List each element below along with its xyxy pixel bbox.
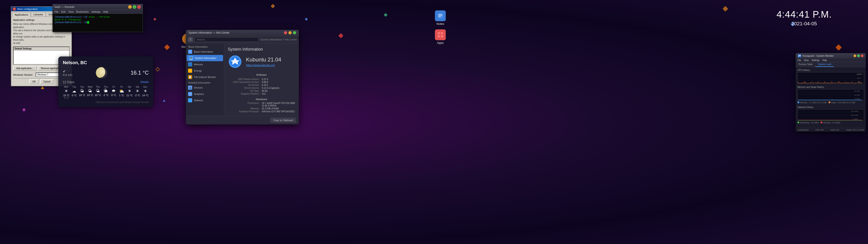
clock-date: 2021-04-05 xyxy=(776,21,832,27)
konsole-menubar: File Edit View Bookmarks Settings Help xyxy=(53,10,143,14)
graphics-arrow-icon: › xyxy=(221,93,222,95)
konsole-prompt1: [deepack@kubuntu11:~]$ xyxy=(55,16,87,18)
sw-os-type-label: OS Type: xyxy=(228,90,261,92)
ksg-tab-system-load[interactable]: System Load xyxy=(815,62,834,67)
konsole-close-btn[interactable]: × xyxy=(137,5,141,9)
weather-moon-icon xyxy=(96,67,107,79)
ksysguard-titlebar: Ksysguard - System Monitor xyxy=(796,53,866,59)
recv-legend-label: Receiving : 0.0 KiB/s xyxy=(800,122,819,124)
sw-kde-fw-label: KDE Frameworks Version: xyxy=(228,81,261,83)
sidebar-item-system-info[interactable]: 💻 System Information xyxy=(187,55,223,61)
sw-qt-value: 5.15.2 xyxy=(262,84,295,86)
sw-kernel-value: 5.11.0-13-generic xyxy=(262,87,295,89)
sidebar-item-memory[interactable]: 🔵 Memory xyxy=(186,61,224,67)
ksg-view-menu[interactable]: View xyxy=(804,59,809,61)
clock-widget: 4:44:41 P.M. 2021-04-05 xyxy=(776,9,832,27)
tab-libraries[interactable]: Libraries xyxy=(31,12,45,17)
konsole-prompt2: [deepack@kubuntu11:~]$ xyxy=(55,21,87,24)
cpu-history-chart: 100% xyxy=(798,72,864,84)
hw-gpu-label: Graphics Processor: xyxy=(228,110,261,113)
hardware-section-title: Hardware xyxy=(228,98,295,100)
weather-day-8: Sat ☀ 11 °C xyxy=(126,86,133,99)
sw-kernel-label: Kernel Version: xyxy=(228,87,261,89)
weather-day-1: Tue ☁ 0 °C xyxy=(71,86,78,99)
sidebar-item-devices[interactable]: 🔌 Devices › xyxy=(186,85,224,91)
desktop-icon-apps[interactable]: Apps xyxy=(431,29,450,44)
ksg-footer-swap: Swap: 0 B / 2.0 GiB xyxy=(846,129,864,131)
ksg-help-menu[interactable]: Help xyxy=(822,59,827,61)
ksg-file-menu[interactable]: File xyxy=(798,59,801,61)
wine-config-title: Wine configuration xyxy=(17,8,38,10)
konsole-bookmarks-menu[interactable]: Bookmarks xyxy=(76,10,89,13)
konsole-help-menu[interactable]: Help xyxy=(103,10,108,13)
konsole-maximize-btn[interactable]: □ xyxy=(133,5,136,9)
infocenter-os-link[interactable]: https://www.kubuntu.org xyxy=(246,64,281,67)
copy-clipboard-btn[interactable]: Copy to Clipboard xyxy=(270,118,296,123)
infocenter-search-input[interactable] xyxy=(195,37,258,42)
svg-rect-7 xyxy=(441,35,443,37)
infocenter-logo-area: Kubuntu 21.04 https://www.kubuntu.org xyxy=(228,55,295,69)
sidebar-item-basic-info[interactable]: ℹ Basic Information xyxy=(186,49,224,55)
ksysguard-close-btn[interactable] xyxy=(861,55,864,57)
infocenter-min-btn[interactable] xyxy=(288,31,291,34)
konsole-titlebar: bash — Konsole _ □ × xyxy=(53,4,143,10)
ksysguard-menubar: File View Settings Help xyxy=(796,59,866,62)
infocenter-close-btn[interactable] xyxy=(284,31,287,34)
sw-kde-plasma-label: KDE Plasma Version: xyxy=(228,78,261,81)
wine-ok-btn[interactable]: OK xyxy=(29,79,39,84)
hardware-section: Hardware Processors: 16 × Intel® Xeon® C… xyxy=(228,98,295,113)
file-indexer-label: File Indexer Monitor xyxy=(194,76,216,79)
system-info-icon: 💻 xyxy=(189,56,193,60)
weather-day-6: Fri 🌧 8 °C xyxy=(110,86,117,99)
network-icon: 🌐 xyxy=(188,98,192,102)
desktop-icon-notes[interactable]: Notes xyxy=(431,10,450,26)
konsole-terminal-body[interactable]: [deepack@kubuntu11:~]$ wine --version wi… xyxy=(53,14,143,32)
weather-details-link[interactable]: Details xyxy=(141,81,149,84)
sidebar-item-energy[interactable]: ⚡ Energy xyxy=(186,67,224,74)
ksg-tab-process-table[interactable]: Process Table xyxy=(796,62,815,67)
infocenter-max-btn[interactable] xyxy=(293,31,296,34)
konsole-file-menu[interactable]: File xyxy=(55,10,59,13)
svg-rect-3 xyxy=(438,17,441,17)
apps-icon-label: Apps xyxy=(437,41,444,44)
infocenter-sidebar: Basic Information ℹ Basic Information 💻 … xyxy=(186,43,224,116)
konsole-output: wine-6.5 (Staging) xyxy=(55,18,141,21)
memory-legend-dot xyxy=(798,101,799,103)
software-section-title: Software xyxy=(228,73,295,76)
network-label: Network xyxy=(194,99,203,102)
add-application-btn[interactable]: Add application... xyxy=(13,66,37,71)
apps-icon xyxy=(435,29,446,40)
konsole-view-menu[interactable]: View xyxy=(68,10,74,13)
konsole-edit-menu[interactable]: Edit xyxy=(61,10,66,13)
sw-kde-plasma-value: 5.21.3 xyxy=(262,78,295,81)
tab-applications[interactable]: Applications xyxy=(12,12,31,17)
konsole-command: wine --version xyxy=(89,16,110,18)
weather-day-10: Sun ☀ 14 °C xyxy=(142,86,149,99)
devices-label: Devices xyxy=(194,86,203,89)
konsole-settings-menu[interactable]: Settings xyxy=(91,10,100,13)
weather-temperature: 16.1 °C xyxy=(131,69,149,76)
svg-rect-1 xyxy=(438,14,442,15)
weather-location: Nelson, BC xyxy=(63,60,149,65)
svg-rect-6 xyxy=(438,35,440,37)
sidebar-item-network[interactable]: 🌐 Network › xyxy=(186,97,224,103)
basic-info-icon: ℹ xyxy=(188,50,192,54)
konsole-minimize-btn[interactable]: _ xyxy=(128,5,132,9)
weather-wind-speed: 4.4 m/s xyxy=(63,73,72,77)
ksysguard-app-icon xyxy=(798,54,801,57)
ksg-settings-menu[interactable]: Settings xyxy=(811,59,819,61)
wine-cancel-btn[interactable]: Cancel xyxy=(40,79,54,84)
devices-icon: 🔌 xyxy=(188,86,192,90)
ksysguard-max-btn[interactable] xyxy=(857,55,860,57)
system-info-label: System Information xyxy=(195,57,216,59)
sw-qt-label: Qt Version: xyxy=(228,84,261,86)
hw-mem-value: 31.3 GiB of RAM xyxy=(262,107,295,110)
infocenter-nav-btn[interactable]: ☰ xyxy=(188,37,193,42)
hw-gpu-value: GeForce GTX 980 Ti/PCIe/SSE2 xyxy=(262,110,295,113)
ksysguard-min-btn[interactable] xyxy=(854,55,856,57)
sidebar-item-graphics[interactable]: 🖥 Graphics › xyxy=(186,91,224,97)
memory-history-title: Memory and Swap History xyxy=(798,86,864,88)
sidebar-item-file-indexer[interactable]: 📋 File Indexer Monitor xyxy=(186,74,224,80)
weather-day-3: Wed 🌤 10 °C xyxy=(87,86,94,99)
memory-history-section: Memory and Swap History Memory : 1.5 GiB… xyxy=(798,86,864,104)
